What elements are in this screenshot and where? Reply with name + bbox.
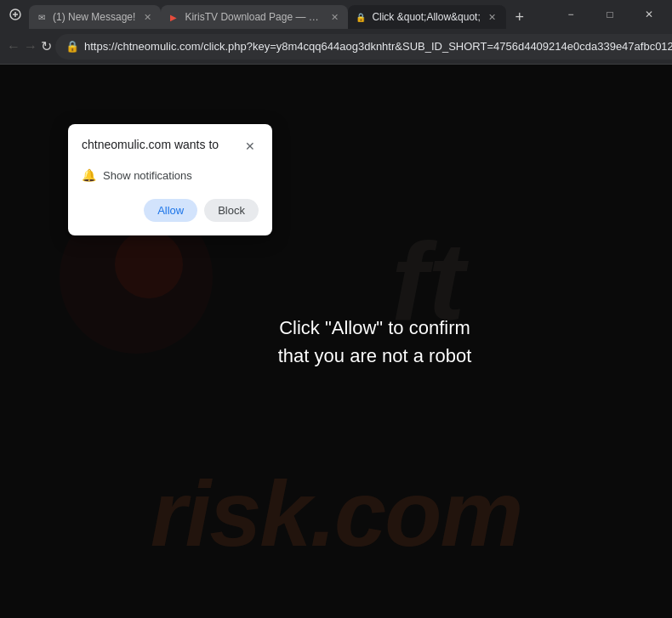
- bell-icon: 🔔: [82, 168, 96, 182]
- watermark-brand-right: ft: [383, 184, 638, 371]
- window-controls: − □ ✕: [551, 0, 669, 29]
- tab-close-1[interactable]: ✕: [140, 10, 154, 24]
- svg-point-2: [115, 230, 183, 298]
- tabs-area: ✉ (1) New Message! ✕ ▶ KirisTV Download …: [29, 0, 550, 29]
- main-message-line1: Click "Allow" to confirm: [278, 314, 472, 342]
- svg-text:ft: ft: [391, 219, 469, 343]
- maximize-button[interactable]: □: [590, 0, 629, 29]
- popup-buttons: Allow Block: [82, 199, 259, 222]
- popup-header: chtneomulic.com wants to ✕: [82, 138, 259, 155]
- page-content: ft Click "Allow" to confirm that you are…: [0, 65, 672, 618]
- omnibox[interactable]: 🔒 https://chtneomulic.com/click.php?key=…: [55, 34, 672, 60]
- chrome-window: ✉ (1) New Message! ✕ ▶ KirisTV Download …: [0, 0, 672, 618]
- new-tab-button[interactable]: +: [508, 5, 532, 29]
- tab-title-2: KirisTV Download Page — Kiris...: [185, 11, 322, 23]
- tab-title-3: Click &quot;Allow&quot;: [372, 11, 480, 23]
- tab-title-1: (1) New Message!: [53, 11, 135, 23]
- lock-icon: 🔒: [65, 40, 79, 53]
- notification-popup: chtneomulic.com wants to ✕ 🔔 Show notifi…: [68, 124, 272, 235]
- title-bar: ✉ (1) New Message! ✕ ▶ KirisTV Download …: [0, 0, 672, 29]
- url-display: https://chtneomulic.com/click.php?key=y8…: [84, 40, 672, 53]
- minimize-button[interactable]: −: [551, 0, 590, 29]
- tab-close-2[interactable]: ✕: [327, 10, 341, 24]
- popup-close-button[interactable]: ✕: [242, 138, 259, 155]
- popup-option: 🔔 Show notifications: [82, 163, 259, 187]
- tab-favicon-3: 🔒: [355, 11, 367, 23]
- tab-new-message[interactable]: ✉ (1) New Message! ✕: [29, 5, 161, 29]
- tab-allow[interactable]: 🔒 Click &quot;Allow&quot; ✕: [348, 5, 505, 29]
- chrome-menu-btn[interactable]: [3, 3, 27, 26]
- title-bar-left: [3, 3, 27, 26]
- tab-favicon-1: ✉: [36, 11, 48, 23]
- toolbar: ← → ↻ 🔒 https://chtneomulic.com/click.ph…: [0, 29, 672, 65]
- tab-kiris[interactable]: ▶ KirisTV Download Page — Kiris... ✕: [161, 5, 348, 29]
- tab-close-3[interactable]: ✕: [486, 10, 499, 24]
- main-message-line2: that you are not a robot: [278, 342, 472, 370]
- popup-title: chtneomulic.com wants to: [82, 138, 219, 151]
- allow-button[interactable]: Allow: [144, 199, 197, 222]
- block-button[interactable]: Block: [204, 199, 259, 222]
- reload-button[interactable]: ↻: [41, 34, 52, 60]
- watermark-risk: risk.com: [0, 459, 672, 567]
- popup-option-text: Show notifications: [103, 169, 192, 182]
- forward-button[interactable]: →: [24, 34, 37, 60]
- tab-favicon-2: ▶: [168, 11, 179, 23]
- close-button[interactable]: ✕: [629, 0, 669, 29]
- main-message: Click "Allow" to confirm that you are no…: [278, 314, 472, 370]
- back-button[interactable]: ←: [7, 34, 20, 60]
